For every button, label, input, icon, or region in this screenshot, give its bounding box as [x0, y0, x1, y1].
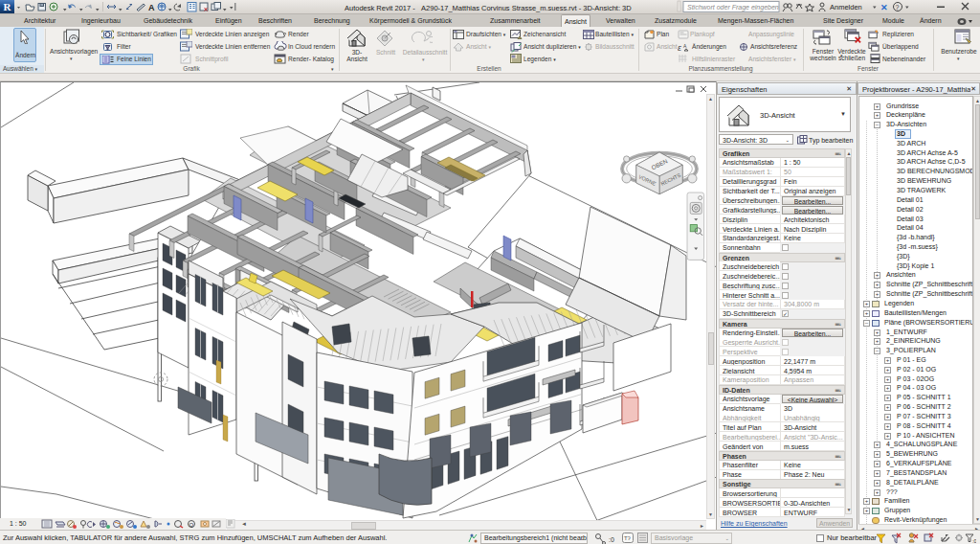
svg-text::0: :0 — [972, 538, 976, 544]
svg-text:A: A — [683, 43, 687, 49]
svg-text:Tʔ: Tʔ — [624, 535, 631, 541]
svg-text::0: :0 — [609, 536, 614, 543]
svg-text:✕: ✕ — [880, 3, 888, 12]
svg-text:Anmelden: Anmelden — [830, 3, 862, 11]
svg-text:A: A — [148, 3, 155, 12]
svg-text:R: R — [4, 1, 12, 12]
svg-text:Q: Q — [189, 522, 194, 528]
svg-text:Stichwort oder Frage eingeben: Stichwort oder Frage eingeben — [687, 4, 779, 11]
svg-text:ε: ε — [678, 43, 682, 53]
svg-text:?: ? — [896, 4, 900, 11]
